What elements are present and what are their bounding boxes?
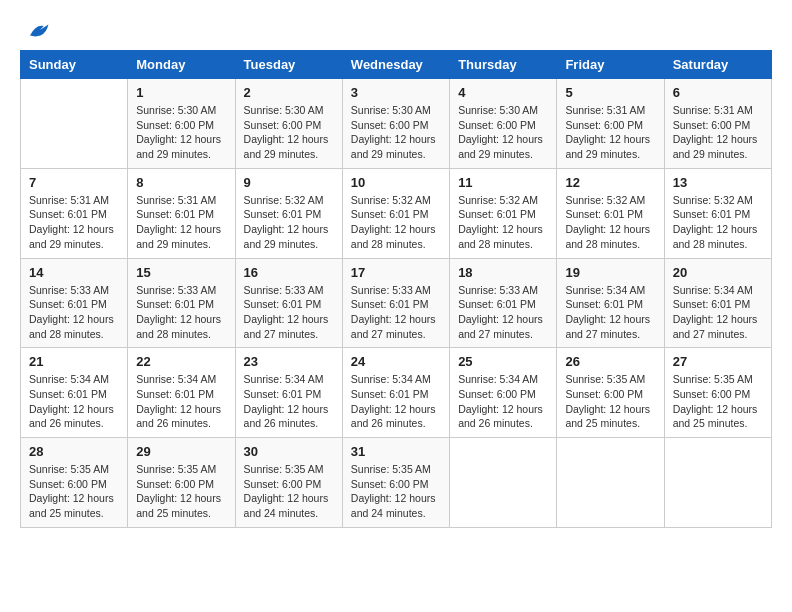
calendar-cell [21, 79, 128, 169]
day-info: Sunrise: 5:33 AMSunset: 6:01 PMDaylight:… [244, 283, 334, 342]
calendar-cell: 18Sunrise: 5:33 AMSunset: 6:01 PMDayligh… [450, 258, 557, 348]
day-info: Sunrise: 5:30 AMSunset: 6:00 PMDaylight:… [136, 103, 226, 162]
header-cell-monday: Monday [128, 51, 235, 79]
day-info: Sunrise: 5:32 AMSunset: 6:01 PMDaylight:… [673, 193, 763, 252]
day-number: 6 [673, 85, 763, 100]
day-info: Sunrise: 5:30 AMSunset: 6:00 PMDaylight:… [244, 103, 334, 162]
day-info: Sunrise: 5:30 AMSunset: 6:00 PMDaylight:… [351, 103, 441, 162]
header-cell-tuesday: Tuesday [235, 51, 342, 79]
day-info: Sunrise: 5:35 AMSunset: 6:00 PMDaylight:… [29, 462, 119, 521]
calendar-cell: 1Sunrise: 5:30 AMSunset: 6:00 PMDaylight… [128, 79, 235, 169]
calendar-cell: 21Sunrise: 5:34 AMSunset: 6:01 PMDayligh… [21, 348, 128, 438]
page-header [20, 20, 772, 40]
calendar-week-1: 1Sunrise: 5:30 AMSunset: 6:00 PMDaylight… [21, 79, 772, 169]
day-info: Sunrise: 5:31 AMSunset: 6:00 PMDaylight:… [673, 103, 763, 162]
day-info: Sunrise: 5:32 AMSunset: 6:01 PMDaylight:… [458, 193, 548, 252]
day-number: 3 [351, 85, 441, 100]
logo-bird-icon [26, 20, 50, 40]
calendar-cell: 28Sunrise: 5:35 AMSunset: 6:00 PMDayligh… [21, 438, 128, 528]
calendar-week-2: 7Sunrise: 5:31 AMSunset: 6:01 PMDaylight… [21, 168, 772, 258]
day-number: 19 [565, 265, 655, 280]
day-number: 11 [458, 175, 548, 190]
day-number: 23 [244, 354, 334, 369]
day-info: Sunrise: 5:35 AMSunset: 6:00 PMDaylight:… [136, 462, 226, 521]
calendar-cell: 14Sunrise: 5:33 AMSunset: 6:01 PMDayligh… [21, 258, 128, 348]
header-cell-thursday: Thursday [450, 51, 557, 79]
calendar-cell: 15Sunrise: 5:33 AMSunset: 6:01 PMDayligh… [128, 258, 235, 348]
calendar-cell: 3Sunrise: 5:30 AMSunset: 6:00 PMDaylight… [342, 79, 449, 169]
calendar-cell: 16Sunrise: 5:33 AMSunset: 6:01 PMDayligh… [235, 258, 342, 348]
calendar-cell [664, 438, 771, 528]
day-number: 12 [565, 175, 655, 190]
calendar-cell: 19Sunrise: 5:34 AMSunset: 6:01 PMDayligh… [557, 258, 664, 348]
day-info: Sunrise: 5:31 AMSunset: 6:01 PMDaylight:… [136, 193, 226, 252]
day-number: 25 [458, 354, 548, 369]
header-cell-friday: Friday [557, 51, 664, 79]
day-info: Sunrise: 5:32 AMSunset: 6:01 PMDaylight:… [244, 193, 334, 252]
calendar-cell: 5Sunrise: 5:31 AMSunset: 6:00 PMDaylight… [557, 79, 664, 169]
calendar-cell: 31Sunrise: 5:35 AMSunset: 6:00 PMDayligh… [342, 438, 449, 528]
calendar-cell: 20Sunrise: 5:34 AMSunset: 6:01 PMDayligh… [664, 258, 771, 348]
day-info: Sunrise: 5:30 AMSunset: 6:00 PMDaylight:… [458, 103, 548, 162]
day-info: Sunrise: 5:34 AMSunset: 6:01 PMDaylight:… [244, 372, 334, 431]
day-info: Sunrise: 5:32 AMSunset: 6:01 PMDaylight:… [565, 193, 655, 252]
day-number: 27 [673, 354, 763, 369]
day-info: Sunrise: 5:33 AMSunset: 6:01 PMDaylight:… [458, 283, 548, 342]
day-number: 18 [458, 265, 548, 280]
day-info: Sunrise: 5:35 AMSunset: 6:00 PMDaylight:… [351, 462, 441, 521]
day-number: 10 [351, 175, 441, 190]
day-number: 8 [136, 175, 226, 190]
calendar-cell: 2Sunrise: 5:30 AMSunset: 6:00 PMDaylight… [235, 79, 342, 169]
day-info: Sunrise: 5:34 AMSunset: 6:01 PMDaylight:… [351, 372, 441, 431]
day-info: Sunrise: 5:34 AMSunset: 6:00 PMDaylight:… [458, 372, 548, 431]
day-number: 7 [29, 175, 119, 190]
calendar-table: SundayMondayTuesdayWednesdayThursdayFrid… [20, 50, 772, 528]
calendar-cell: 6Sunrise: 5:31 AMSunset: 6:00 PMDaylight… [664, 79, 771, 169]
calendar-cell: 27Sunrise: 5:35 AMSunset: 6:00 PMDayligh… [664, 348, 771, 438]
day-info: Sunrise: 5:31 AMSunset: 6:00 PMDaylight:… [565, 103, 655, 162]
day-number: 2 [244, 85, 334, 100]
calendar-cell: 9Sunrise: 5:32 AMSunset: 6:01 PMDaylight… [235, 168, 342, 258]
day-number: 26 [565, 354, 655, 369]
day-info: Sunrise: 5:33 AMSunset: 6:01 PMDaylight:… [351, 283, 441, 342]
calendar-cell: 30Sunrise: 5:35 AMSunset: 6:00 PMDayligh… [235, 438, 342, 528]
day-number: 4 [458, 85, 548, 100]
day-number: 15 [136, 265, 226, 280]
header-row: SundayMondayTuesdayWednesdayThursdayFrid… [21, 51, 772, 79]
calendar-cell: 29Sunrise: 5:35 AMSunset: 6:00 PMDayligh… [128, 438, 235, 528]
calendar-week-4: 21Sunrise: 5:34 AMSunset: 6:01 PMDayligh… [21, 348, 772, 438]
header-cell-saturday: Saturday [664, 51, 771, 79]
calendar-cell: 13Sunrise: 5:32 AMSunset: 6:01 PMDayligh… [664, 168, 771, 258]
calendar-cell: 8Sunrise: 5:31 AMSunset: 6:01 PMDaylight… [128, 168, 235, 258]
day-info: Sunrise: 5:34 AMSunset: 6:01 PMDaylight:… [565, 283, 655, 342]
day-number: 20 [673, 265, 763, 280]
day-info: Sunrise: 5:35 AMSunset: 6:00 PMDaylight:… [673, 372, 763, 431]
day-number: 14 [29, 265, 119, 280]
calendar-cell: 11Sunrise: 5:32 AMSunset: 6:01 PMDayligh… [450, 168, 557, 258]
day-number: 16 [244, 265, 334, 280]
day-info: Sunrise: 5:34 AMSunset: 6:01 PMDaylight:… [136, 372, 226, 431]
day-number: 24 [351, 354, 441, 369]
day-info: Sunrise: 5:35 AMSunset: 6:00 PMDaylight:… [244, 462, 334, 521]
calendar-cell [450, 438, 557, 528]
header-cell-sunday: Sunday [21, 51, 128, 79]
calendar-week-3: 14Sunrise: 5:33 AMSunset: 6:01 PMDayligh… [21, 258, 772, 348]
day-number: 13 [673, 175, 763, 190]
calendar-week-5: 28Sunrise: 5:35 AMSunset: 6:00 PMDayligh… [21, 438, 772, 528]
day-number: 31 [351, 444, 441, 459]
calendar-cell: 7Sunrise: 5:31 AMSunset: 6:01 PMDaylight… [21, 168, 128, 258]
day-number: 30 [244, 444, 334, 459]
day-info: Sunrise: 5:31 AMSunset: 6:01 PMDaylight:… [29, 193, 119, 252]
calendar-cell: 4Sunrise: 5:30 AMSunset: 6:00 PMDaylight… [450, 79, 557, 169]
day-number: 17 [351, 265, 441, 280]
day-info: Sunrise: 5:34 AMSunset: 6:01 PMDaylight:… [673, 283, 763, 342]
day-info: Sunrise: 5:33 AMSunset: 6:01 PMDaylight:… [136, 283, 226, 342]
calendar-cell: 10Sunrise: 5:32 AMSunset: 6:01 PMDayligh… [342, 168, 449, 258]
day-number: 21 [29, 354, 119, 369]
header-cell-wednesday: Wednesday [342, 51, 449, 79]
day-info: Sunrise: 5:32 AMSunset: 6:01 PMDaylight:… [351, 193, 441, 252]
calendar-cell: 17Sunrise: 5:33 AMSunset: 6:01 PMDayligh… [342, 258, 449, 348]
calendar-cell: 25Sunrise: 5:34 AMSunset: 6:00 PMDayligh… [450, 348, 557, 438]
calendar-body: 1Sunrise: 5:30 AMSunset: 6:00 PMDaylight… [21, 79, 772, 528]
day-info: Sunrise: 5:34 AMSunset: 6:01 PMDaylight:… [29, 372, 119, 431]
